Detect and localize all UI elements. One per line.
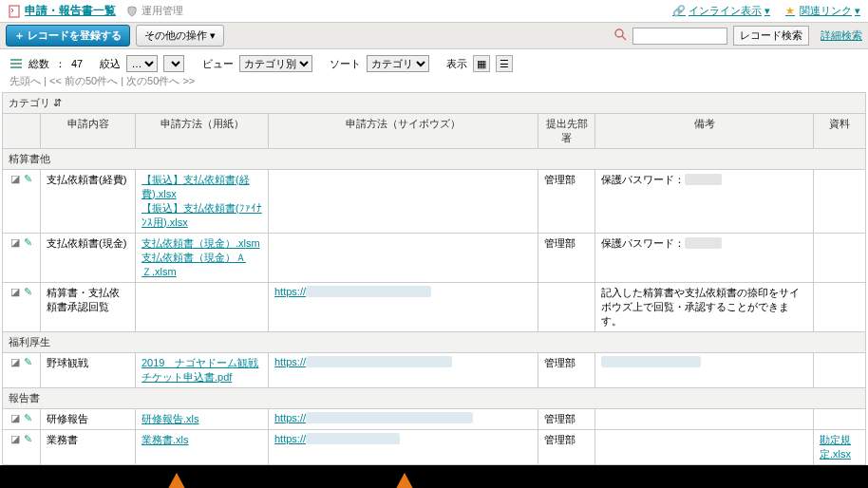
table-row: ◪ ✎精算書・支払依頼書承認回覧https://xxxxxxxxxxxxxxxx…	[3, 283, 866, 332]
col-actions	[3, 114, 41, 149]
cell-method-cybozu	[269, 170, 538, 234]
file-link[interactable]: 支払依頼書（現金）ＡＺ.xlsm	[142, 252, 246, 277]
edit-icon[interactable]: ✎	[24, 356, 32, 367]
edit-icon[interactable]: ✎	[24, 412, 32, 423]
group-header: 福利厚生	[3, 332, 866, 353]
cell-method-paper: 【振込】支払依頼書(経費).xlsx【振込】支払依頼書(ﾌｧｲﾅﾝｽ用).xls…	[136, 170, 269, 234]
file-link[interactable]: 業務書.xls	[142, 434, 189, 445]
edit-icon[interactable]: ✎	[24, 236, 32, 248]
cell-method-paper: 2019 ナゴヤドーム観戦チケット申込書.pdf	[136, 353, 269, 388]
file-link[interactable]: 【振込】支払依頼書(ﾌｧｲﾅﾝｽ用).xlsx	[142, 202, 262, 228]
other-operations-button[interactable]: その他の操作 ▾	[136, 25, 224, 47]
detail-icon[interactable]: ◪	[10, 433, 20, 444]
chevron-down-icon: ▾	[855, 5, 860, 17]
register-record-button[interactable]: ＋ レコードを登録する	[6, 25, 130, 47]
view-select[interactable]: カテゴリ別	[239, 55, 312, 72]
cell-materials: 勘定規定.xlsx	[814, 430, 866, 465]
search-input[interactable]	[632, 28, 727, 45]
file-link[interactable]: 2019 ナゴヤドーム観戦チケット申込書.pdf	[142, 357, 258, 383]
app-icon	[8, 5, 21, 18]
edit-icon[interactable]: ✎	[24, 173, 32, 184]
cell-method-paper: 研修報告.xls	[136, 409, 269, 430]
file-link[interactable]: 【振込】支払依頼書(経費).xlsx	[142, 174, 250, 199]
cell-method-paper: 支払依頼書（現金）.xlsm支払依頼書（現金）ＡＺ.xlsm	[136, 234, 269, 283]
svg-rect-4	[10, 63, 22, 65]
table-row: ◪ ✎支払依頼書(現金)支払依頼書（現金）.xlsm支払依頼書（現金）ＡＺ.xl…	[3, 234, 866, 283]
svg-rect-5	[10, 66, 22, 68]
cell-dept: 管理部	[538, 409, 595, 430]
cell-dept: 管理部	[538, 353, 595, 388]
shield-icon	[125, 5, 139, 18]
detail-icon[interactable]: ◪	[10, 412, 20, 423]
file-link[interactable]: 研修報告.xls	[142, 413, 199, 424]
cell-remarks: 保護パスワード：xxxxxxx	[595, 234, 814, 283]
cell-method-cybozu: https://xxxxxxxxxxxxxxxxxx	[269, 430, 538, 465]
record-search-button[interactable]: レコード検索	[733, 26, 809, 46]
file-link[interactable]: 支払依頼書（現金）.xlsm	[142, 237, 260, 249]
records-table: カテゴリ ⇵ 申請内容 申請方法（用紙） 申請方法（サイボウズ） 提出先部署 備…	[2, 92, 866, 465]
col-remarks: 備考	[595, 114, 814, 149]
filter-select-2[interactable]	[163, 55, 184, 72]
cell-dept: 管理部	[538, 170, 595, 234]
cell-content: 研修報告	[41, 409, 136, 430]
management-link[interactable]: 運用管理	[125, 4, 183, 18]
table-row: ◪ ✎業務書業務書.xlshttps://xxxxxxxxxxxxxxxxxx管…	[3, 430, 866, 465]
view-mode-list[interactable]: ☰	[496, 55, 513, 72]
sort-arrows-icon[interactable]: ⇵	[53, 97, 62, 108]
search-icon	[613, 28, 627, 44]
pager-top: 先頭へ	[9, 75, 41, 86]
sort-label: ソート	[330, 57, 361, 71]
cell-method-cybozu: https://xxxxxxxxxxxxxxxxxxxxxxxxxxxxxxxx	[269, 409, 538, 430]
pager-next: 次の50件へ >>	[126, 75, 195, 86]
cell-method-cybozu: https://xxxxxxxxxxxxxxxxxxxxxxxxxxxx	[269, 353, 538, 388]
chevron-down-icon: ▾	[210, 29, 216, 42]
arrow-icon	[391, 473, 418, 488]
col-method-cybozu: 申請方法（サイボウズ）	[269, 114, 538, 149]
detail-icon[interactable]: ◪	[10, 356, 20, 367]
remarks-link[interactable]: xxxxxxxxxxxxxxxxxxx	[601, 356, 701, 367]
group-header: 精算書他	[3, 149, 866, 170]
cell-method-cybozu: https://xxxxxxxxxxxxxxxxxxxxxxxx	[269, 283, 538, 332]
filter-label: 絞込	[100, 57, 121, 71]
filter-select[interactable]: …	[126, 55, 158, 72]
view-label: ビュー	[202, 57, 234, 71]
plus-icon: ＋	[14, 28, 25, 43]
cell-remarks	[595, 409, 814, 430]
edit-icon[interactable]: ✎	[24, 433, 32, 444]
detail-icon[interactable]: ◪	[10, 236, 20, 248]
cell-remarks	[595, 430, 814, 465]
cell-method-paper	[136, 283, 269, 332]
sort-select[interactable]: カテゴリ	[367, 55, 429, 72]
material-link[interactable]: 勘定規定.xlsx	[820, 434, 851, 460]
total-label: 総数	[28, 57, 49, 71]
cell-materials	[814, 170, 866, 234]
url-link[interactable]: https://xxxxxxxxxxxxxxxxxxxxxxxxxxxxxxxx	[274, 412, 473, 423]
url-link[interactable]: https://xxxxxxxxxxxxxxxxxxxxxxxx	[274, 286, 431, 297]
list-icon	[9, 57, 23, 70]
cell-dept: 管理部	[538, 430, 595, 465]
display-label: 表示	[446, 57, 467, 71]
svg-rect-3	[10, 59, 22, 61]
cell-remarks: xxxxxxxxxxxxxxxxxxx	[595, 353, 814, 388]
star-icon: ★	[783, 5, 797, 18]
col-materials: 資料	[814, 114, 866, 149]
detail-search-link[interactable]: 詳細検索	[821, 28, 862, 43]
detail-icon[interactable]: ◪	[10, 173, 20, 184]
arrow-icon	[163, 473, 190, 488]
col-method-paper: 申請方法（用紙）	[136, 114, 269, 149]
inline-view-link[interactable]: 🔗 インライン表示 ▾	[672, 4, 770, 18]
table-row: ◪ ✎研修報告研修報告.xlshttps://xxxxxxxxxxxxxxxxx…	[3, 409, 866, 430]
app-title[interactable]: 申請・報告書一覧	[25, 3, 116, 19]
table-row: ◪ ✎支払依頼書(経費)【振込】支払依頼書(経費).xlsx【振込】支払依頼書(…	[3, 170, 866, 234]
cell-materials	[814, 353, 866, 388]
url-link[interactable]: https://xxxxxxxxxxxxxxxxxx	[274, 433, 400, 444]
related-links[interactable]: ★ 関連リンク ▾	[783, 4, 860, 18]
cell-method-paper: 業務書.xls	[136, 430, 269, 465]
cell-remarks: 記入した精算書や支払依頼書の捺印をサイボウズ上で回覧・承認することができます。	[595, 283, 814, 332]
url-link[interactable]: https://xxxxxxxxxxxxxxxxxxxxxxxxxxxx	[274, 356, 452, 367]
detail-icon[interactable]: ◪	[10, 286, 20, 297]
annotation-overlay: 今まで使用していたエクセルフォーム ワークフローの入力フォーム	[0, 465, 868, 488]
edit-icon[interactable]: ✎	[24, 286, 32, 297]
cell-content: 支払依頼書(経費)	[41, 170, 136, 234]
view-mode-grid[interactable]: ▦	[473, 55, 490, 72]
